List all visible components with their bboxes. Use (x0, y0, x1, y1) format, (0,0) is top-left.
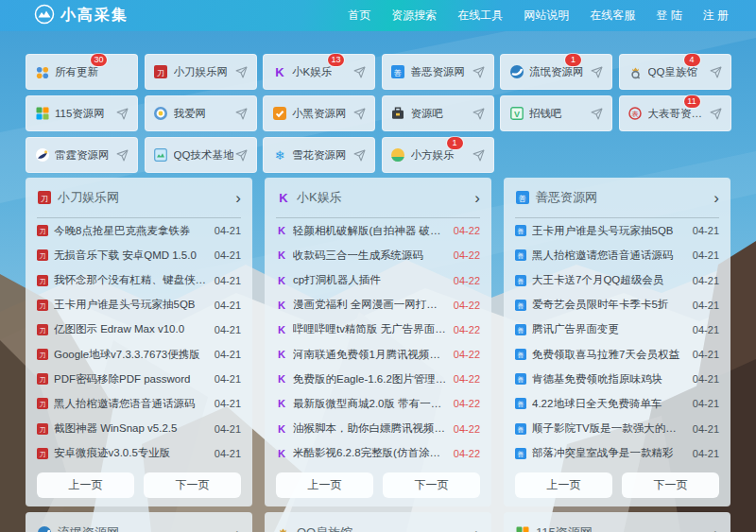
list-item[interactable]: K 漫画党福利 全网漫画一网打尽 以... 04-22 (276, 293, 480, 317)
list-item[interactable]: 善 顺子影院TV版是一款强大的手机 04-21 (515, 417, 719, 441)
xiaodao-icon: 刀 (37, 373, 48, 385)
send-icon[interactable] (472, 66, 485, 78)
prev-page-button[interactable]: 上一页 (515, 472, 612, 498)
send-icon[interactable] (472, 149, 485, 162)
send-icon[interactable] (472, 108, 485, 120)
list-item-date: 04-21 (215, 225, 241, 236)
category-card-leiting[interactable]: 雷霆资源网 (26, 137, 138, 173)
send-icon[interactable] (353, 149, 366, 162)
column-header[interactable]: K 小K娱乐 › (276, 178, 480, 218)
send-icon[interactable] (235, 149, 248, 162)
column-header[interactable]: 善 善恶资源网 › (515, 178, 719, 218)
category-card-woai[interactable]: 我爱网 (145, 95, 257, 131)
brand[interactable]: 小高采集 (34, 4, 129, 28)
list-item[interactable]: 刀 黑人抬棺邀请您语音通话源码 04-21 (37, 391, 241, 416)
list-item[interactable]: 刀 截图神器 WinSnap v5.2.5 04-21 (37, 417, 241, 441)
category-card-xuehua[interactable]: ❄ 雪花资源网 (263, 137, 375, 173)
send-icon[interactable] (353, 108, 366, 120)
chevron-right-icon[interactable]: › (474, 190, 480, 206)
list-item-title: 爱奇艺会员限时年卡季卡5折 (532, 298, 687, 312)
category-card-ziyuanba[interactable]: 资源吧 (382, 95, 494, 131)
send-icon[interactable] (116, 108, 129, 120)
chevron-right-icon[interactable]: › (235, 525, 241, 532)
category-card-shane[interactable]: 善 善恶资源网 (382, 54, 494, 90)
list-item[interactable]: 善 爱奇艺会员限时年卡季卡5折 04-21 (515, 293, 719, 317)
chevron-right-icon[interactable]: › (474, 525, 480, 532)
list-item[interactable]: 善 黑人抬棺邀请您语音通话源码 04-21 (515, 243, 719, 267)
nav-link-login[interactable]: 登 陆 (645, 8, 692, 24)
category-card-grid-dots[interactable]: 所有更新 30 (26, 54, 138, 90)
list-item[interactable]: K 米酷影视6.2.8完整版(仿首涂模板... 04-22 (276, 441, 480, 466)
category-card-qqjishu[interactable]: QQ技术基地 (145, 137, 257, 173)
category-card-liumang[interactable]: 流氓资源网 1 (500, 54, 612, 90)
list-item[interactable]: K 哔哩哔哩tv精简版 无广告界面更... 04-22 (276, 317, 480, 342)
list-item[interactable]: 善 部落冲突皇室战争是一款精彩 04-21 (515, 441, 719, 466)
kk-icon: K (276, 423, 287, 435)
nav-link-online-tools[interactable]: 在线工具 (447, 8, 513, 24)
prev-page-button[interactable]: 上一页 (37, 472, 134, 498)
nav-link-site-info[interactable]: 网站说明 (513, 8, 579, 24)
list-item[interactable]: 善 免费领取喜马拉雅7天会员权益 04-21 (515, 342, 719, 367)
column-header[interactable]: 刀 小刀娱乐网 › (37, 178, 241, 218)
category-card-zhaoqian[interactable]: V 招钱吧 (500, 95, 612, 131)
list-item[interactable]: K 油猴脚本，助你白嫖腾讯视频超... 04-22 (276, 417, 480, 441)
bottom-card-title: QQ皇族馆 (297, 524, 352, 532)
next-page-button[interactable]: 下一页 (144, 472, 241, 498)
category-card-s115[interactable]: 115资源网 (26, 95, 138, 131)
list-item[interactable]: 善 大王卡送7个月QQ超级会员 04-21 (515, 267, 719, 292)
list-item[interactable]: 刀 PDF密码移除PDF password 04-21 (37, 367, 241, 391)
list-item[interactable]: K 最新版微型商城2.0版 带有一键安装 04-22 (276, 391, 480, 416)
woai-icon (154, 107, 168, 121)
list-item[interactable]: 善 肯德基免费领吮指原味鸡块 04-21 (515, 367, 719, 391)
xiaodao-icon: 刀 (37, 300, 48, 311)
svg-text:刀: 刀 (40, 278, 46, 285)
next-page-button[interactable]: 下一页 (383, 472, 480, 498)
next-page-button[interactable]: 下一页 (622, 472, 719, 498)
send-icon[interactable] (235, 66, 248, 78)
shane-icon: 善 (515, 423, 526, 435)
chevron-right-icon[interactable]: › (713, 525, 719, 532)
bottom-card-qqhuang[interactable]: QQ皇族馆 › (265, 512, 491, 532)
nav-link-online-service[interactable]: 在线客服 (579, 8, 645, 24)
category-card-xiaofang[interactable]: 小方娱乐 1 (382, 137, 494, 173)
category-card-xiaohei[interactable]: 小黑资源网 (263, 95, 375, 131)
send-icon[interactable] (710, 108, 722, 120)
list-item[interactable]: K 轻颜相机破解版(自拍神器 破解VIP) 04-22 (276, 218, 480, 243)
bottom-card-liumang[interactable]: 流氓资源网 › (26, 512, 252, 532)
list-item[interactable]: K cp打洞机器人插件 04-22 (276, 267, 480, 292)
list-item[interactable]: 善 腾讯广告界面变更 04-21 (515, 317, 719, 342)
chevron-right-icon[interactable]: › (235, 190, 241, 206)
bottom-card-s115[interactable]: 115资源网 › (504, 512, 730, 532)
send-icon[interactable] (591, 66, 603, 78)
category-card-xiaodao[interactable]: 刀 小刀娱乐网 (145, 54, 257, 90)
list-item[interactable]: 刀 我怀念那个没有杠精、键盘侠的... 04-21 (37, 267, 241, 292)
category-grid: 所有更新 30 刀 小刀娱乐网 K 小K娱乐 13 善 善恶资源网 流氓资源网 … (26, 54, 730, 173)
list-item[interactable]: K 河南联通免费领1月腾讯视频会员 04-22 (276, 342, 480, 367)
send-icon[interactable] (235, 108, 248, 120)
list-item[interactable]: 刀 王卡用户谁是头号玩家抽5QB 04-21 (37, 293, 241, 317)
category-card-qqhuang[interactable]: QQ皇族馆 4 (619, 54, 731, 90)
category-card-dabiaoge[interactable]: 表 大表哥资源网 11 (619, 95, 731, 131)
category-card-label: 小黑资源网 (292, 107, 347, 121)
send-icon[interactable] (710, 66, 722, 78)
list-item[interactable]: K 免费版的Eagle-1.6.2图片管理工具 04-22 (276, 367, 480, 391)
category-card-kk[interactable]: K 小K娱乐 13 (263, 54, 375, 90)
list-item[interactable]: K 收款码三合一生成系统源码 04-22 (276, 243, 480, 267)
prev-page-button[interactable]: 上一页 (276, 472, 373, 498)
send-icon[interactable] (591, 108, 603, 120)
list-item[interactable]: 善 王卡用户谁是头号玩家抽5QB 04-21 (515, 218, 719, 243)
send-icon[interactable] (353, 66, 366, 78)
chevron-right-icon[interactable]: › (713, 190, 719, 206)
nav-link-home[interactable]: 首页 (337, 8, 381, 24)
list-item[interactable]: 刀 Google地球v7.3.3.7673便携版 04-21 (37, 342, 241, 367)
list-item[interactable]: 刀 亿图图示 Edraw Max v10.0 04-21 (37, 317, 241, 342)
list-item[interactable]: 刀 安卓微痕迹v3.0.5专业版 04-21 (37, 441, 241, 466)
category-card-label: 小K娱乐 (292, 65, 332, 79)
nav-link-register[interactable]: 注 册 (693, 8, 739, 24)
nav-link-resource-search[interactable]: 资源搜索 (381, 8, 447, 24)
list-item[interactable]: 刀 无损音乐下载 安卓QMD 1.5.0 04-21 (37, 243, 241, 267)
send-icon[interactable] (116, 149, 129, 162)
list-item[interactable]: 善 4.22地球日全天免费骑单车 04-21 (515, 391, 719, 416)
column-title: 善恶资源网 (536, 189, 597, 206)
list-item[interactable]: 刀 今晚8点抢星巴克燕麦拿铁券 04-21 (37, 218, 241, 243)
